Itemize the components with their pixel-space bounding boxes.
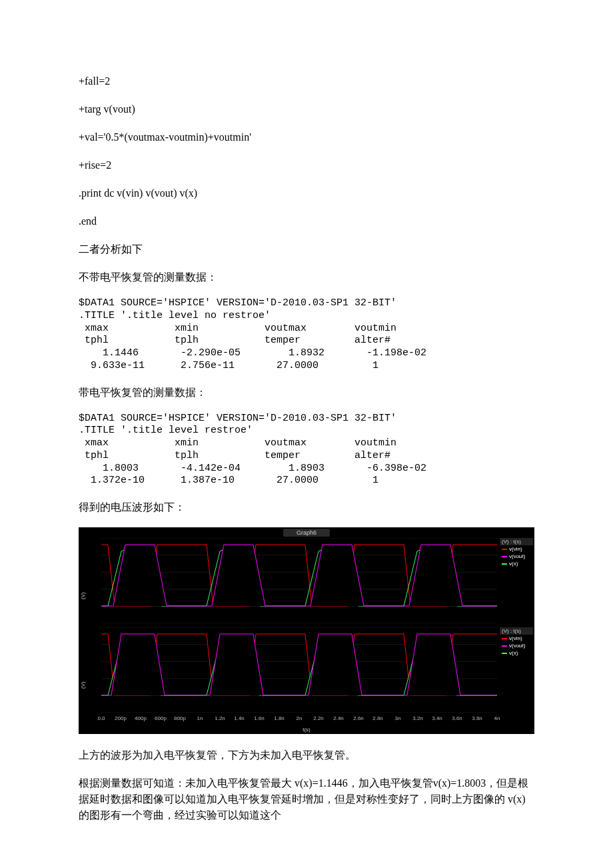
code-line: +targ v(vout) (79, 101, 534, 117)
x-tick: 2.4n (333, 715, 344, 721)
x-tick: 3n (395, 715, 401, 721)
x-tick: 1.8n (274, 715, 285, 721)
x-tick: 2.8n (372, 715, 383, 721)
chart-title: Graph6 (283, 529, 330, 537)
y-axis-label: (V) (80, 592, 86, 599)
section-heading: 不带电平恢复管的测量数据： (79, 269, 534, 285)
x-tick: 4n (494, 715, 500, 721)
x-tick: 800p (174, 715, 186, 721)
section-heading: 得到的电压波形如下： (79, 499, 534, 515)
legend-item: v(x) (500, 560, 533, 567)
x-axis-label: t(s) (303, 727, 310, 733)
x-tick: 1.2n (215, 715, 225, 721)
body-paragraph: 根据测量数据可知道：未加入电平恢复管最大 v(x)=1.1446，加入电平恢复管… (79, 775, 534, 823)
section-heading: 二者分析如下 (79, 241, 534, 257)
measurement-block-no-restore: $DATA1 SOURCE='HSPICE' VERSION='D-2010.0… (79, 297, 534, 373)
chart-panel-bottom: 2.0 1.5 1.0 0.5 0.0 -0.5 (101, 627, 497, 713)
code-line: +val='0.5*(voutmax-voutmin)+voutmin' (79, 129, 534, 145)
chart-panel-top: 2.0 1.5 1.0 0.5 0.0 -0.5 (101, 538, 497, 623)
legend-item: v(x) (500, 649, 533, 657)
x-tick: 0.0 (97, 715, 105, 721)
body-paragraph: 上方的波形为加入电平恢复管，下方为未加入电平恢复管。 (79, 747, 534, 763)
legend-header: (V) : t(s) (500, 627, 533, 635)
x-tick: 2.6n (353, 715, 364, 721)
code-line: .end (79, 213, 534, 229)
x-tick: 3.4n (432, 715, 442, 721)
legend-item: v(vout) (500, 642, 533, 649)
legend-header: (V) : t(s) (500, 538, 533, 545)
code-line: .print dc v(vin) v(vout) v(x) (79, 185, 534, 201)
x-tick: 1n (197, 715, 203, 721)
legend-item: v(vin) (500, 545, 533, 553)
x-tick: 3.2n (412, 715, 423, 721)
x-tick: 200p (115, 715, 127, 721)
code-line: +fall=2 (79, 73, 534, 89)
x-tick: 400p (135, 715, 147, 721)
x-tick: 3.8n (472, 715, 482, 721)
x-tick: 600p (155, 715, 167, 721)
legend-item: v(vout) (500, 553, 533, 560)
legend-item: v(vin) (500, 635, 533, 642)
section-heading: 带电平恢复管的测量数据： (79, 385, 534, 401)
x-tick: 2n (297, 715, 303, 721)
measurement-block-restore: $DATA1 SOURCE='HSPICE' VERSION='D-2010.0… (79, 413, 534, 488)
waveform-chart: Graph6 2.0 1.5 1.0 0.5 0.0 -0.5 (V) : t(… (79, 527, 534, 734)
x-tick: 1.6n (254, 715, 265, 721)
x-tick: 3.6n (452, 715, 462, 721)
y-axis-label: (V) (80, 681, 86, 689)
x-tick: 2.2n (313, 715, 324, 721)
x-tick: 1.4n (234, 715, 245, 721)
code-line: +rise=2 (79, 157, 534, 173)
